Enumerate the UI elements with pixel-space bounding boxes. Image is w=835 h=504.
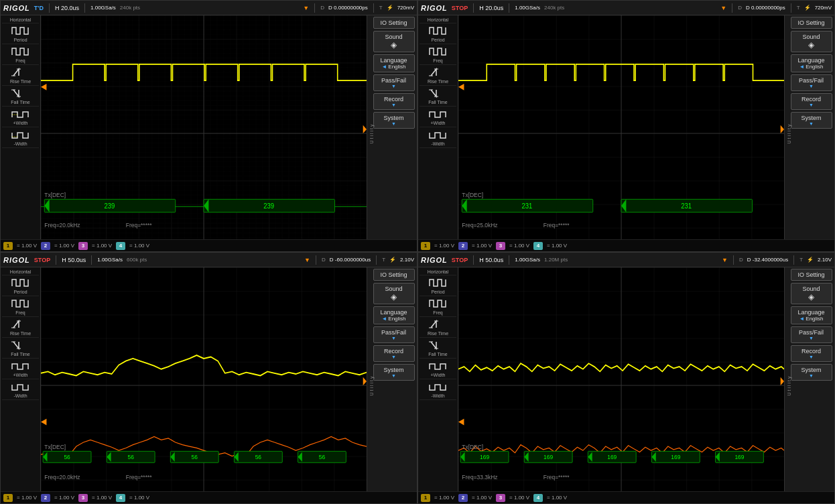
divider bbox=[49, 3, 50, 13]
system-arrow-tl: ▼ bbox=[391, 121, 396, 126]
utility-label-tr: Utility bbox=[787, 123, 791, 143]
meas-period-bl[interactable]: Period bbox=[2, 275, 39, 296]
meas-rise-tr[interactable]: Rise Time bbox=[420, 65, 456, 86]
utility-buttons-tr: IO Setting Sound ◈ Language ◄ English Pa… bbox=[791, 17, 834, 129]
pass-fail-btn-tl[interactable]: Pass/Fail ▼ bbox=[373, 74, 415, 91]
utility-panel-tl: Utility IO Setting Sound ◈ Language ◄ En… bbox=[367, 15, 417, 251]
record-btn-tr[interactable]: Record ▼ bbox=[791, 93, 832, 110]
divider bbox=[509, 3, 509, 13]
svg-text:56: 56 bbox=[255, 454, 261, 461]
meas-nwidth-br[interactable]: -Width bbox=[420, 379, 456, 400]
ch3-val-tl: = 1.00 V bbox=[92, 243, 112, 249]
meas-period-br[interactable]: Period bbox=[420, 275, 456, 296]
sound-btn-br[interactable]: Sound ◈ bbox=[791, 283, 832, 304]
trigger-marker-br: ▼ bbox=[722, 257, 728, 263]
lightning-tr: ⚡ bbox=[804, 5, 811, 11]
meas-rise-bl[interactable]: Rise Time bbox=[2, 317, 39, 338]
ch4-badge-tr: 4 bbox=[533, 242, 543, 250]
meas-fall-tl[interactable]: Fall Time bbox=[2, 86, 39, 107]
scope-panel-top-right: RIGOL STOP H 20.0us 1.00GSa/s 240k pts ▼… bbox=[418, 0, 835, 252]
english-label-tl: English bbox=[388, 64, 405, 70]
meas-rise-br[interactable]: Rise Time bbox=[420, 317, 456, 338]
svg-text:Freq=*****: Freq=***** bbox=[543, 473, 570, 481]
horizontal-label-tl: Horizontal bbox=[2, 17, 39, 23]
meas-freq-tr[interactable]: Freq bbox=[420, 44, 456, 65]
pass-fail-btn-br[interactable]: Pass/Fail ▼ bbox=[791, 326, 832, 343]
io-setting-btn-br[interactable]: IO Setting bbox=[791, 269, 832, 281]
svg-text:Freq=*****: Freq=***** bbox=[126, 221, 152, 229]
meas-period-tl[interactable]: Period bbox=[2, 23, 39, 44]
ch1-badge-tl: 1 bbox=[3, 242, 13, 250]
trigger-pos-br: D -32.4000000us bbox=[747, 257, 788, 263]
system-btn-br[interactable]: System ▼ bbox=[791, 364, 832, 381]
meas-period-tr[interactable]: Period bbox=[420, 23, 456, 44]
svg-text:Freq=20.0kHz: Freq=20.0kHz bbox=[44, 473, 80, 481]
fall-time-label-tr: Fall Time bbox=[428, 100, 447, 105]
meas-fall-br[interactable]: Fall Time bbox=[420, 338, 456, 359]
pts-tl: 240k pts bbox=[120, 5, 140, 11]
h-scale-bl: H 50.0us bbox=[62, 257, 86, 263]
pwidth-label-tr: +Width bbox=[431, 121, 446, 125]
svg-text:Tx[DEC]: Tx[DEC] bbox=[462, 191, 483, 198]
sound-btn-bl[interactable]: Sound ◈ bbox=[373, 283, 415, 304]
ch1-badge-tr: 1 bbox=[421, 242, 430, 250]
meas-fall-bl[interactable]: Fall Time bbox=[2, 338, 39, 359]
horizontal-label-tr: Horizontal bbox=[420, 17, 456, 23]
divider bbox=[376, 255, 377, 265]
meas-pwidth-tr[interactable]: +Width bbox=[420, 107, 456, 127]
h-scale-br: H 50.0us bbox=[479, 257, 503, 263]
meas-pwidth-br[interactable]: +Width bbox=[420, 359, 456, 379]
bottom-bar-tr: 1 = 1.00 V 2 = 1.00 V 3 = 1.00 V 4 = 1.0… bbox=[418, 239, 834, 251]
meas-nwidth-tl[interactable]: -Width bbox=[2, 127, 39, 148]
meas-nwidth-tr[interactable]: -Width bbox=[420, 127, 456, 148]
meas-rise-tl[interactable]: Rise Time bbox=[2, 65, 39, 86]
scope-panel-bottom-right: RIGOL STOP H 50.0us 1.00GSa/s 1.20M pts … bbox=[418, 252, 835, 504]
meas-freq-tl[interactable]: Freq bbox=[2, 44, 39, 65]
divider bbox=[733, 255, 734, 265]
sound-btn-tl[interactable]: Sound ◈ bbox=[373, 31, 415, 52]
meas-pwidth-tl[interactable]: +Width bbox=[2, 107, 39, 127]
period-label-tr: Period bbox=[431, 38, 444, 42]
language-btn-bl[interactable]: Language ◄ English bbox=[373, 306, 415, 324]
sample-rate-br: 1.00GSa/s bbox=[515, 257, 540, 263]
pass-fail-btn-tr[interactable]: Pass/Fail ▼ bbox=[791, 74, 832, 91]
meas-fall-tr[interactable]: Fall Time bbox=[420, 86, 456, 107]
svg-text:169: 169 bbox=[480, 454, 489, 461]
h-scale-tr: H 20.0us bbox=[479, 5, 503, 11]
meas-pwidth-bl[interactable]: +Width bbox=[2, 359, 39, 379]
rise-time-label-tr: Rise Time bbox=[428, 79, 448, 84]
system-label-tl: System bbox=[383, 115, 403, 121]
ch3-badge-tl: 3 bbox=[78, 242, 88, 250]
sound-btn-tr[interactable]: Sound ◈ bbox=[791, 31, 832, 52]
record-btn-tl[interactable]: Record ▼ bbox=[373, 93, 415, 110]
bottom-bar-br: 1 = 1.00 V 2 = 1.00 V 3 = 1.00 V 4 = 1.0… bbox=[418, 491, 834, 503]
language-btn-tl[interactable]: Language ◄ English bbox=[373, 54, 415, 72]
scope-panel-bottom-left: RIGOL STOP H 50.0us 1.00GSa/s 600k pts ▼… bbox=[0, 252, 418, 504]
pass-fail-btn-bl[interactable]: Pass/Fail ▼ bbox=[373, 326, 415, 343]
system-btn-tr[interactable]: System ▼ bbox=[791, 112, 832, 129]
pwidth-label-tl: +Width bbox=[13, 121, 28, 125]
io-setting-btn-tl[interactable]: IO Setting bbox=[373, 17, 415, 29]
status-br: STOP bbox=[452, 257, 468, 263]
utility-panel-tr: Utility IO Setting Sound ◈ Language ◄ En… bbox=[784, 15, 834, 251]
meas-freq-br[interactable]: Freq bbox=[420, 296, 456, 317]
language-btn-br[interactable]: Language ◄ English bbox=[791, 306, 832, 324]
record-btn-bl[interactable]: Record ▼ bbox=[373, 345, 415, 362]
meas-nwidth-bl[interactable]: -Width bbox=[2, 379, 39, 400]
system-btn-tl[interactable]: System ▼ bbox=[373, 112, 415, 129]
record-btn-br[interactable]: Record ▼ bbox=[791, 345, 832, 362]
period-label-tl: Period bbox=[13, 38, 27, 42]
grid-svg-br: Tx[DEC] 169 169 169 169 169 Freq=33.3 bbox=[458, 267, 784, 503]
meas-freq-bl[interactable]: Freq bbox=[2, 296, 39, 317]
record-label-tl: Record bbox=[384, 96, 403, 103]
system-btn-bl[interactable]: System ▼ bbox=[373, 364, 415, 381]
io-setting-btn-tr[interactable]: IO Setting bbox=[791, 17, 832, 29]
trigger-pos-tr: D 0.00000000ps bbox=[746, 5, 785, 11]
svg-text:56: 56 bbox=[319, 454, 325, 461]
h-scale-tl: H 20.0us bbox=[55, 5, 79, 11]
pts-br: 1.20M pts bbox=[544, 257, 568, 263]
language-btn-tr[interactable]: Language ◄ English bbox=[791, 54, 832, 72]
svg-text:Freq=33.3kHz: Freq=33.3kHz bbox=[462, 473, 498, 481]
io-setting-btn-bl[interactable]: IO Setting bbox=[373, 269, 415, 281]
waveform-area-bl: Tx[DEC] 56 56 56 56 56 Freq=20.0kHz Fre bbox=[41, 267, 367, 503]
